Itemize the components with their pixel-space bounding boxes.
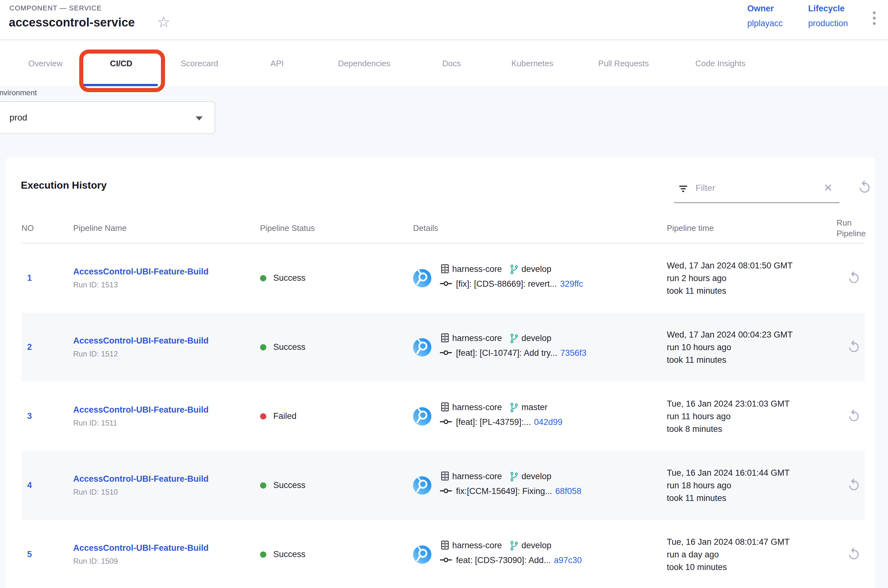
pipeline-name-cell: AccessControl-UBI-Feature-Build Run ID: … bbox=[73, 336, 260, 358]
col-header-details: Details bbox=[413, 223, 667, 234]
status-label: Success bbox=[273, 273, 305, 283]
run-pipeline-icon[interactable] bbox=[847, 418, 861, 424]
pipeline-name-link[interactable]: AccessControl-UBI-Feature-Build bbox=[73, 336, 260, 346]
status-dot bbox=[260, 413, 266, 420]
run-id: Run ID: 1509 bbox=[73, 557, 260, 566]
ci-build-icon bbox=[413, 545, 431, 564]
ci-build-icon bbox=[413, 476, 431, 495]
run-pipeline-icon[interactable] bbox=[847, 488, 861, 493]
commit-sha-link[interactable]: 7356f3 bbox=[560, 348, 587, 358]
pipeline-time-cell: Wed, 17 Jan 2024 08:01:50 GMT run 2 hour… bbox=[667, 259, 828, 297]
execution-history-card: Execution History ✕ NO Pipeline Name Pip… bbox=[6, 158, 875, 588]
row-number: 5 bbox=[21, 549, 73, 559]
pipeline-time-cell: Tue, 16 Jan 2024 08:01:47 GMT run a day … bbox=[667, 536, 828, 573]
commit-sha-link[interactable]: 042d99 bbox=[534, 417, 562, 427]
commit-icon bbox=[440, 279, 452, 289]
repo-icon bbox=[440, 333, 450, 345]
run-pipeline-cell bbox=[828, 478, 865, 494]
table-row: 1 AccessControl-UBI-Feature-Build Run ID… bbox=[21, 243, 865, 313]
tab-bar: Overview CI/CD Scorecard API Dependencie… bbox=[0, 41, 888, 86]
time-took: took 8 minutes bbox=[667, 423, 828, 435]
details-cell: harness-core master [feat]: [PL-43759]:.… bbox=[413, 404, 667, 429]
repo-name: harness-core bbox=[452, 541, 502, 550]
filter-icon bbox=[677, 183, 689, 196]
time-took: took 11 minutes bbox=[667, 492, 828, 504]
ci-build-icon bbox=[413, 338, 431, 357]
pipeline-status-cell: Success bbox=[260, 549, 413, 559]
pipeline-name-link[interactable]: AccessControl-UBI-Feature-Build bbox=[73, 267, 260, 277]
run-pipeline-cell bbox=[828, 270, 865, 286]
clear-filter-icon[interactable]: ✕ bbox=[823, 182, 833, 194]
time-date: Wed, 17 Jan 2024 08:01:50 GMT bbox=[667, 259, 828, 272]
entity-kind-eyebrow: COMPONENT — SERVICE bbox=[9, 4, 102, 12]
tab-api[interactable]: API bbox=[270, 58, 284, 69]
status-label: Success bbox=[273, 480, 305, 490]
details-cell: harness-core develop [fix]: [CDS-88669]:… bbox=[413, 265, 667, 291]
pipeline-name-link[interactable]: AccessControl-UBI-Feature-Build bbox=[73, 474, 260, 484]
run-pipeline-cell bbox=[828, 547, 865, 562]
owner-group: Owner plplayacc bbox=[747, 4, 783, 28]
commit-sha-link[interactable]: a97c30 bbox=[554, 555, 582, 565]
pipeline-name-link[interactable]: AccessControl-UBI-Feature-Build bbox=[73, 543, 260, 553]
commit-icon bbox=[440, 417, 452, 428]
run-id: Run ID: 1512 bbox=[73, 350, 260, 358]
filter-input[interactable] bbox=[696, 180, 819, 196]
card-title: Execution History bbox=[21, 180, 107, 191]
repo-name: harness-core bbox=[452, 402, 502, 412]
col-header-name: Pipeline Name bbox=[73, 223, 260, 234]
commit-sha-link[interactable]: 68f058 bbox=[555, 486, 581, 496]
run-pipeline-icon[interactable] bbox=[847, 350, 861, 355]
status-label: Success bbox=[273, 549, 305, 559]
active-tab-underline bbox=[83, 84, 158, 86]
pipeline-name-cell: AccessControl-UBI-Feature-Build Run ID: … bbox=[73, 543, 260, 566]
chevron-down-icon bbox=[196, 116, 203, 120]
status-label: Success bbox=[273, 342, 305, 352]
tab-pull-requests[interactable]: Pull Requests bbox=[598, 58, 649, 69]
time-run-ago: run 10 hours ago bbox=[667, 341, 828, 354]
pipeline-name-link[interactable]: AccessControl-UBI-Feature-Build bbox=[73, 405, 260, 415]
tab-scorecard[interactable]: Scorecard bbox=[181, 58, 218, 69]
lifecycle-label: Lifecycle bbox=[808, 4, 848, 14]
tab-cicd[interactable]: CI/CD bbox=[110, 58, 132, 69]
commit-icon bbox=[440, 486, 452, 496]
kebab-menu-icon[interactable] bbox=[872, 11, 876, 27]
pipeline-status-cell: Success bbox=[260, 273, 413, 283]
table-row: 2 AccessControl-UBI-Feature-Build Run ID… bbox=[21, 313, 865, 382]
details-cell: harness-core develop feat: [CDS-73090]: … bbox=[413, 542, 667, 567]
run-pipeline-cell bbox=[828, 408, 865, 424]
run-pipeline-cell bbox=[828, 339, 865, 355]
environment-label: Environment bbox=[0, 88, 37, 97]
tab-kubernetes[interactable]: Kubernetes bbox=[512, 58, 553, 69]
commit-message: [fix]: [CDS-88669]: revert... bbox=[456, 279, 557, 289]
filter-underline bbox=[674, 202, 839, 203]
run-id: Run ID: 1510 bbox=[73, 488, 260, 496]
pipeline-name-cell: AccessControl-UBI-Feature-Build Run ID: … bbox=[73, 267, 260, 289]
tab-code-insights[interactable]: Code Insights bbox=[696, 58, 746, 69]
lifecycle-link[interactable]: production bbox=[808, 19, 848, 28]
environment-select[interactable]: prod bbox=[0, 101, 215, 134]
lifecycle-group: Lifecycle production bbox=[808, 4, 848, 28]
pipeline-time-cell: Tue, 16 Jan 2024 23:01:03 GMT run 11 hou… bbox=[667, 398, 828, 435]
page-title: accesscontrol-service bbox=[9, 16, 135, 29]
branch-icon bbox=[508, 333, 520, 344]
ci-build-icon bbox=[413, 407, 431, 426]
tab-overview[interactable]: Overview bbox=[29, 58, 63, 69]
pipeline-name-cell: AccessControl-UBI-Feature-Build Run ID: … bbox=[73, 474, 260, 496]
favorite-star-icon[interactable]: ☆ bbox=[157, 15, 170, 30]
row-number: 3 bbox=[21, 411, 73, 421]
branch-name: develop bbox=[521, 541, 551, 550]
tab-docs[interactable]: Docs bbox=[442, 58, 461, 69]
refresh-icon[interactable] bbox=[857, 180, 872, 195]
table-header-row: NO Pipeline Name Pipeline Status Details… bbox=[21, 213, 865, 243]
branch-name: develop bbox=[521, 472, 551, 482]
pipeline-status-cell: Failed bbox=[260, 411, 413, 421]
commit-icon bbox=[440, 348, 452, 358]
run-id: Run ID: 1511 bbox=[73, 418, 260, 428]
run-pipeline-icon[interactable] bbox=[847, 557, 861, 562]
commit-sha-link[interactable]: 329ffc bbox=[560, 279, 583, 289]
repo-name: harness-core bbox=[452, 472, 502, 482]
run-id: Run ID: 1513 bbox=[73, 280, 260, 289]
tab-dependencies[interactable]: Dependencies bbox=[338, 58, 391, 69]
owner-link[interactable]: plplayacc bbox=[747, 19, 783, 28]
run-pipeline-icon[interactable] bbox=[847, 280, 861, 286]
